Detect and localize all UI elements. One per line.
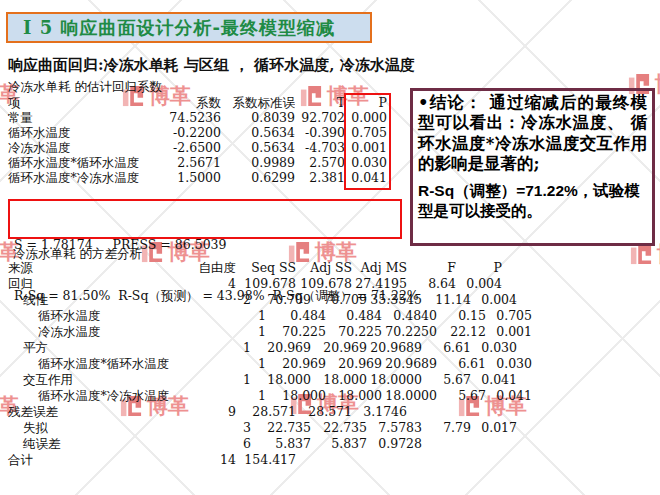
value-cell: -0.2200	[146, 125, 221, 140]
boge-logo-icon	[630, 243, 652, 265]
value-cell: 5.837	[251, 436, 311, 452]
term-cell: 失拟	[0, 420, 176, 436]
term-cell: 残差误差	[0, 404, 161, 420]
value-cell: 20.9689	[367, 340, 422, 356]
table-row: 冷冻水温度170.22570.22570.225022.120.001	[0, 324, 532, 340]
value-cell: 1	[191, 324, 266, 340]
table-row: 回归4109.678109.67827.41958.640.004	[0, 276, 532, 292]
table-row: 循环水温度-0.22000.5634-0.3900.705	[0, 125, 387, 140]
value-cell: 3	[176, 420, 251, 436]
value-cell	[422, 436, 471, 452]
value-cell: 2.381	[295, 170, 345, 185]
value-cell: 154.417	[236, 452, 296, 468]
slide-title-bar: I 5 响应曲面设计分析-最终模型缩减	[6, 12, 372, 43]
header-value-cell: F	[407, 260, 456, 276]
value-cell: 6	[176, 436, 251, 452]
value-cell: 0.001	[486, 324, 532, 340]
value-cell: 20.969	[311, 340, 367, 356]
value-cell: 0.5634	[221, 140, 295, 155]
value-cell: 92.702	[295, 110, 345, 125]
value-cell: 0.030	[471, 340, 517, 356]
value-cell: 0.9989	[221, 155, 295, 170]
term-cell: 回归	[0, 276, 161, 292]
header-value-cell: T	[295, 95, 345, 110]
value-cell: 0.004	[456, 276, 502, 292]
value-cell: 6.61	[437, 356, 486, 372]
header-value-cell: 系数	[146, 95, 221, 110]
value-cell: 22.735	[311, 420, 367, 436]
p-column-highlight-box	[344, 93, 391, 190]
value-cell	[456, 404, 502, 420]
table-row: 平方120.96920.96920.96896.610.030	[0, 340, 532, 356]
value-cell: 109.678	[296, 276, 352, 292]
value-cell: 70.709	[251, 292, 311, 308]
value-cell: -0.390	[295, 125, 345, 140]
header-term-cell: 项	[0, 95, 146, 110]
value-cell: 2.5671	[146, 155, 221, 170]
value-cell: 18.000	[326, 388, 382, 404]
value-cell: 0.8039	[221, 110, 295, 125]
value-cell: 8.64	[407, 276, 456, 292]
value-cell: 0.030	[486, 356, 532, 372]
value-cell: 0.041	[471, 372, 517, 388]
term-cell: 线性	[0, 292, 176, 308]
term-cell: 平方	[0, 340, 176, 356]
table-header-row: 项系数系数标准误TP	[0, 95, 387, 110]
header-value-cell: Adj MS	[352, 260, 407, 276]
table-row: 失拟322.73522.7357.57837.790.017	[0, 420, 532, 436]
value-cell: 5.67	[437, 388, 486, 404]
conclusion-box: •结论： 通过缩减后的最终模型可以看出：冷冻水温度、 循环水温度*冷冻水温度交互…	[410, 88, 655, 246]
value-cell	[296, 452, 352, 468]
value-cell: 18.0000	[382, 388, 437, 404]
conclusion-text: •结论： 通过缩减后的最终模型可以看出：冷冻水温度、 循环水温度*冷冻水温度交互…	[418, 93, 647, 174]
table-row: 循环水温度*循环水温度120.96920.96920.96896.610.030	[0, 356, 532, 372]
value-cell: 18.000	[251, 372, 311, 388]
value-cell: 109.678	[236, 276, 296, 292]
value-cell: 20.9689	[382, 356, 437, 372]
value-cell: 6.61	[422, 340, 471, 356]
header-value-cell: P	[456, 260, 502, 276]
value-cell: 2.570	[295, 155, 345, 170]
term-cell: 循环水温度*循环水温度	[0, 155, 146, 170]
slide-title: I 5 响应曲面设计分析-最终模型缩减	[23, 16, 335, 40]
table-row: 线性270.70970.70935.354511.140.004	[0, 292, 532, 308]
header-value-cell: Seq SS	[236, 260, 296, 276]
value-cell: 5.67	[422, 372, 471, 388]
term-cell: 冷冻水温度	[0, 324, 191, 340]
term-cell: 纯误差	[0, 436, 176, 452]
value-cell	[407, 404, 456, 420]
value-cell: 0.5634	[221, 125, 295, 140]
value-cell: 1	[191, 308, 266, 324]
value-cell: 35.3545	[367, 292, 422, 308]
header-term-cell: 来源	[0, 260, 161, 276]
value-cell: 7.79	[422, 420, 471, 436]
term-cell: 常量	[0, 110, 146, 125]
regression-heading: 响应曲面回归:冷冻水单耗 与区组 ， 循环水温度, 冷冻水温度	[8, 56, 415, 75]
anova-table: 来源自由度Seq SSAdj SSAdj MSFP回归4109.678109.6…	[0, 260, 532, 468]
coef-table-label: 冷冻水单耗 的估计回归系数	[8, 79, 162, 96]
value-cell: 22.12	[437, 324, 486, 340]
value-cell: 18.0000	[367, 372, 422, 388]
value-cell: 1	[176, 372, 251, 388]
watermark-text: 博革	[655, 70, 660, 98]
value-cell: 0.6299	[221, 170, 295, 185]
value-cell: 70.2250	[382, 324, 437, 340]
term-cell: 循环水温度	[0, 308, 191, 324]
value-cell: 70.225	[266, 324, 326, 340]
header-value-cell: 自由度	[161, 260, 236, 276]
value-cell: 1	[176, 340, 251, 356]
value-cell: 27.4195	[352, 276, 407, 292]
table-row: 循环水温度10.4840.4840.48400.150.705	[0, 308, 532, 324]
value-cell: 2	[176, 292, 251, 308]
value-cell: 20.969	[326, 356, 382, 372]
value-cell: 0.15	[437, 308, 486, 324]
value-cell: -2.6500	[146, 140, 221, 155]
term-cell: 合计	[0, 452, 161, 468]
header-value-cell: Adj SS	[296, 260, 352, 276]
term-cell: 交互作用	[0, 372, 176, 388]
table-header-row: 来源自由度Seq SSAdj SSAdj MSFP	[0, 260, 532, 276]
header-value-cell: 系数标准误	[221, 95, 295, 110]
term-cell: 循环水温度	[0, 125, 146, 140]
term-cell: 循环水温度*冷冻水温度	[0, 388, 191, 404]
value-cell: 0.9728	[367, 436, 422, 452]
